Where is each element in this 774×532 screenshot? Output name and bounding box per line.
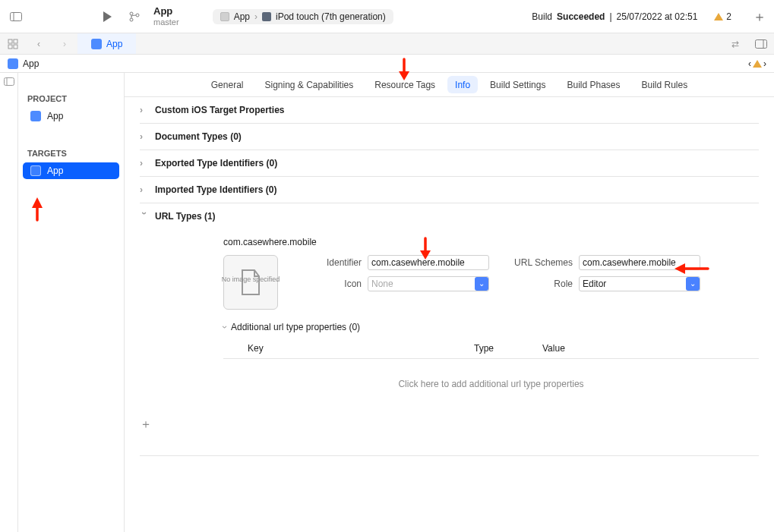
url-type-name: com.casewhere.mobile (223, 234, 759, 255)
project-header: PROJECT (18, 88, 124, 106)
svg-marker-2 (674, 263, 685, 274)
icon-label: Icon (301, 279, 362, 289)
url-type-entry: com.casewhere.mobile No image specified … (140, 229, 759, 456)
section-exported-identifiers[interactable]: › Exported Type Identifiers (0) (140, 150, 759, 177)
section-custom-properties[interactable]: › Custom iOS Target Properties (140, 97, 759, 124)
tab-general[interactable]: General (201, 73, 254, 96)
tab-info[interactable]: Info (447, 76, 478, 93)
warning-count: 2 (726, 11, 731, 22)
branch-name: master (153, 17, 179, 27)
svg-rect-15 (4, 78, 14, 86)
scheme-app: App (234, 11, 250, 22)
chevron-down-icon: › (139, 212, 150, 221)
window-tab-label: App (106, 39, 122, 49)
section-label: Exported Type Identifiers (0) (155, 158, 277, 168)
app-chip-icon (220, 12, 229, 21)
section-document-types[interactable]: › Document Types (0) (140, 124, 759, 150)
role-value: Editor (583, 279, 606, 289)
chevron-down-icon: › (220, 326, 230, 329)
annotation-arrow-identifier (418, 238, 433, 261)
breadcrumb-bar: App ‹ › (0, 55, 774, 73)
stepper-icon: ⌄ (475, 277, 488, 291)
col-key: Key (223, 338, 474, 358)
target-item-label: App (47, 165, 63, 176)
review-icon[interactable]: ⇄ (722, 33, 748, 54)
svg-rect-4 (11, 12, 22, 20)
additional-title: Additional url type properties (0) (231, 322, 360, 332)
branch-icon[interactable] (126, 8, 143, 25)
chevron-right-icon: › (140, 105, 149, 115)
section-label: Custom iOS Target Properties (155, 105, 284, 115)
status-result: Succeeded (557, 11, 605, 22)
add-url-type-button[interactable]: ＋ (140, 409, 759, 433)
toggle-inspector-icon[interactable] (748, 33, 774, 54)
section-label: URL Types (1) (155, 211, 216, 222)
project-item-app[interactable]: App (23, 108, 119, 124)
role-select[interactable]: Editor ⌄ (579, 276, 700, 291)
scheme-title[interactable]: App master (153, 6, 179, 26)
col-value: Value (542, 338, 759, 358)
add-button[interactable]: ＋ (753, 8, 766, 26)
section-imported-identifiers[interactable]: › Imported Type Identifiers (0) (140, 177, 759, 203)
chevron-right-icon: › (254, 11, 257, 22)
device-icon (262, 12, 271, 21)
crumb-prev-icon[interactable]: ‹ (748, 58, 751, 69)
tab-signing[interactable]: Signing & Capabilities (254, 73, 364, 96)
crumb-app[interactable]: App (23, 58, 39, 69)
status-time: 25/07/2022 at 02:51 (617, 11, 698, 22)
chevron-right-icon: › (140, 158, 149, 168)
svg-point-7 (130, 18, 133, 21)
col-type: Type (474, 338, 542, 358)
icon-select[interactable]: None ⌄ (368, 276, 489, 291)
run-button[interactable] (99, 8, 115, 25)
app-chip-icon (30, 111, 41, 121)
target-item-app[interactable]: App (23, 162, 119, 179)
table-header: Key Type Value (223, 338, 759, 359)
svg-marker-0 (399, 71, 409, 80)
grid-icon[interactable] (0, 33, 26, 54)
editor-tabs: General Signing & Capabilities Resource … (125, 73, 774, 97)
table-empty-message[interactable]: Click here to add additional url type pr… (223, 359, 759, 409)
status-sep: | (609, 11, 611, 22)
project-item-label: App (47, 111, 63, 121)
warnings-chip[interactable]: 2 (714, 11, 731, 22)
section-label: Document Types (0) (155, 131, 242, 142)
additional-properties-toggle[interactable]: › Additional url type properties (0) (223, 322, 759, 332)
section-url-types[interactable]: › URL Types (1) (140, 203, 759, 229)
stepper-icon: ⌄ (686, 277, 700, 291)
app-chip-icon (30, 165, 41, 176)
window-tab-strip: ‹ › App ⇄ (0, 33, 774, 55)
chevron-right-icon: › (140, 184, 149, 195)
warning-icon[interactable] (753, 60, 762, 68)
document-outline-toggle[interactable] (0, 73, 18, 532)
section-label: Imported Type Identifiers (0) (155, 184, 276, 195)
main-toolbar: App master App › iPod touch (7th generat… (0, 0, 774, 33)
additional-properties-table: Key Type Value Click here to add additio… (223, 338, 759, 409)
scheme-selector[interactable]: App › iPod touch (7th generation) (213, 9, 393, 24)
url-icon-well[interactable]: No image specified (223, 255, 278, 310)
role-label: Role (512, 279, 573, 289)
icon-value: None (371, 279, 393, 289)
app-chip-icon (91, 39, 102, 49)
url-schemes-label: URL Schemes (512, 257, 573, 268)
annotation-arrow-url-schemes (674, 261, 708, 276)
product-name: App (153, 6, 179, 17)
svg-point-8 (136, 14, 139, 17)
tab-build-settings[interactable]: Build Settings (479, 73, 556, 96)
crumb-next-icon[interactable]: › (763, 58, 766, 69)
svg-rect-9 (8, 39, 12, 43)
nav-back-icon[interactable]: ‹ (26, 39, 52, 49)
svg-rect-12 (14, 45, 17, 49)
svg-rect-13 (756, 39, 767, 48)
toggle-sidebar-icon[interactable] (8, 8, 24, 25)
tab-build-phases[interactable]: Build Phases (556, 73, 630, 96)
nav-forward-icon[interactable]: › (52, 39, 77, 49)
warning-icon (714, 13, 723, 20)
svg-rect-10 (14, 39, 17, 43)
project-sidebar: PROJECT App TARGETS App (18, 73, 125, 532)
svg-marker-1 (420, 250, 431, 260)
svg-rect-11 (8, 45, 12, 49)
chevron-right-icon: › (140, 131, 149, 142)
tab-build-rules[interactable]: Build Rules (631, 73, 699, 96)
window-tab-app[interactable]: App (77, 33, 136, 54)
